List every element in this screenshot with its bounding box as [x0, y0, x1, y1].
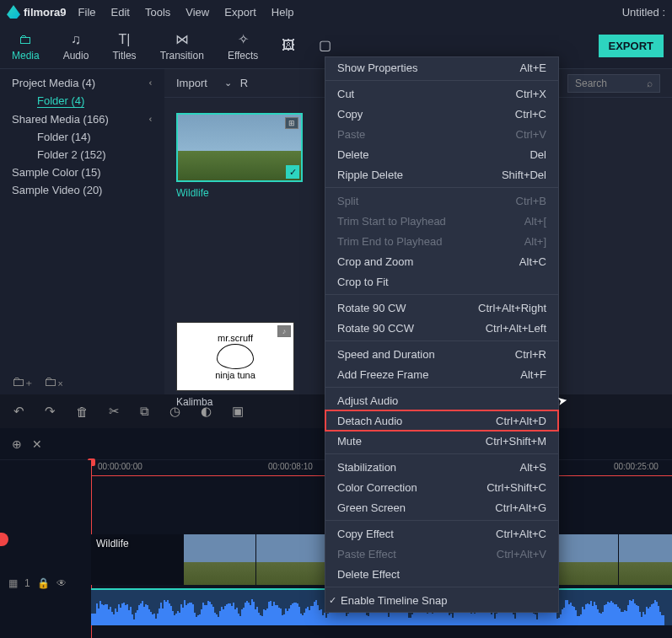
- shortcut-label: Ctrl+B: [499, 195, 546, 207]
- menu-item-label: Green Screen: [337, 501, 406, 514]
- import-dropdown[interactable]: Import⌄: [176, 77, 232, 89]
- menu-item-label: Paste Effect: [337, 548, 396, 560]
- menu-separator: [325, 294, 558, 295]
- shortcut-label: Ctrl+Alt+Left: [469, 322, 546, 335]
- menu-item-adjust-audio[interactable]: Adjust Audio: [325, 390, 558, 410]
- tab-transition[interactable]: ⋈Transition: [148, 28, 216, 65]
- thumbnail-image: ⊞ ✓: [176, 113, 303, 182]
- sidebar-item-sample-color[interactable]: Sample Color (15): [0, 164, 164, 181]
- sidebar-item-folder[interactable]: Folder (4): [0, 92, 164, 110]
- tab-audio[interactable]: ♫Audio: [51, 28, 101, 65]
- sidebar-item-project-media[interactable]: Project Media (4)⌄: [0, 74, 164, 92]
- menu-tools[interactable]: Tools: [145, 6, 170, 19]
- lock-icon[interactable]: 🔒: [37, 577, 50, 589]
- shortcut-label: Ctrl+R: [498, 348, 546, 361]
- undo-icon[interactable]: ↶: [13, 404, 24, 419]
- menu-item-label: Copy Effect: [337, 528, 394, 540]
- tab-elements[interactable]: 🖼: [270, 34, 307, 59]
- menu-item-delete[interactable]: DeleteDel: [325, 144, 558, 164]
- chevron-down-icon: ⌄: [147, 79, 158, 87]
- redo-icon[interactable]: ↷: [45, 404, 56, 419]
- menu-item-label: Add Freeze Frame: [337, 368, 428, 381]
- sidebar-item-folder-2[interactable]: Folder 2 (152): [0, 146, 164, 164]
- thumb-wildlife[interactable]: ⊞ ✓ Wildlife: [176, 113, 303, 199]
- shortcut-label: Ctrl+Shift+M: [469, 435, 546, 448]
- menu-item-rotate-90-ccw[interactable]: Rotate 90 CCWCtrl+Alt+Left: [325, 318, 558, 338]
- add-folder-icon[interactable]: 🗀₊: [12, 373, 32, 389]
- menu-edit[interactable]: Edit: [111, 6, 130, 19]
- record-dropdown[interactable]: R: [240, 77, 248, 89]
- remove-folder-icon[interactable]: 🗀ₓ: [44, 373, 63, 389]
- menu-item-crop-and-zoom[interactable]: Crop and ZoomAlt+C: [325, 251, 558, 271]
- menu-item-rotate-90-cw[interactable]: Rotate 90 CWCtrl+Alt+Right: [325, 298, 558, 318]
- menu-item-split: SplitCtrl+B: [325, 190, 558, 211]
- menu-item-copy-effect[interactable]: Copy EffectCtrl+Alt+C: [325, 523, 558, 544]
- menu-view[interactable]: View: [185, 6, 209, 19]
- track-icon: ▦: [8, 577, 18, 589]
- menu-item-ripple-delete[interactable]: Ripple DeleteShift+Del: [325, 164, 558, 185]
- layout-icon: ▢: [319, 37, 331, 54]
- menu-export[interactable]: Export: [224, 6, 256, 19]
- delete-icon[interactable]: 🗑: [76, 405, 89, 419]
- menu-item-label: Trim Start to Playhead: [337, 215, 446, 228]
- menu-item-delete-effect[interactable]: Delete Effect: [325, 564, 558, 584]
- menu-item-mute[interactable]: MuteCtrl+Shift+M: [325, 431, 558, 451]
- menu-item-crop-to-fit[interactable]: Crop to Fit: [325, 271, 558, 292]
- menu-item-show-properties[interactable]: Show PropertiesAlt+E: [325, 57, 558, 78]
- shortcut-label: Alt+E: [503, 62, 546, 74]
- menu-item-detach-audio[interactable]: Detach AudioCtrl+Alt+D: [325, 410, 558, 431]
- menu-item-cut[interactable]: CutCtrl+X: [325, 83, 558, 104]
- sidebar-item-sample-video[interactable]: Sample Video (20): [0, 181, 164, 199]
- shortcut-label: Alt+[: [508, 215, 546, 228]
- menu-item-label: Stabilization: [337, 461, 396, 474]
- shortcut-label: Ctrl+Alt+D: [479, 415, 546, 427]
- shortcut-label: Alt+S: [503, 461, 546, 474]
- menu-file[interactable]: File: [78, 6, 96, 19]
- menu-item-label: Color Correction: [337, 481, 417, 494]
- cut-icon[interactable]: ✂: [109, 404, 120, 419]
- menu-item-paste-effect: Paste EffectCtrl+Alt+V: [325, 544, 558, 564]
- shortcut-label: Alt+C: [503, 255, 546, 268]
- check-icon: ✓: [329, 595, 339, 606]
- logo-text: filmora9: [24, 6, 67, 19]
- titlebar: filmora9 File Edit Tools View Export Hel…: [0, 0, 672, 24]
- app-logo: filmora9: [7, 5, 67, 19]
- menu-item-enable-timeline-snap[interactable]: ✓Enable Timeline Snap: [325, 590, 558, 610]
- menu-item-color-correction[interactable]: Color CorrectionCtrl+Shift+C: [325, 477, 558, 497]
- export-button[interactable]: EXPORT: [599, 35, 664, 57]
- shortcut-label: Ctrl+Alt+G: [478, 501, 546, 514]
- add-marker-icon[interactable]: ⊕: [12, 437, 22, 451]
- chevron-down-icon: ⌄: [147, 115, 158, 123]
- menu-item-add-freeze-frame[interactable]: Add Freeze FrameAlt+F: [325, 364, 558, 384]
- unlink-icon[interactable]: ✕: [32, 437, 42, 451]
- thumb-kalimba[interactable]: mr.scruff ninja tuna ♪ Kalimba: [176, 322, 294, 408]
- menu-item-speed-and-duration[interactable]: Speed and DurationCtrl+R: [325, 344, 558, 364]
- effects-icon: ✧: [238, 31, 249, 48]
- sidebar-item-folder-14[interactable]: Folder (14): [0, 128, 164, 146]
- music-icon: ♫: [71, 31, 81, 48]
- menu-item-stabilization[interactable]: StabilizationAlt+S: [325, 457, 558, 477]
- context-menu: Show PropertiesAlt+ECutCtrl+XCopyCtrl+CP…: [325, 56, 559, 613]
- tab-split[interactable]: ▢: [307, 34, 343, 59]
- track-controls[interactable]: ▦ 1 🔒 👁: [0, 568, 91, 598]
- tab-titles[interactable]: T|Titles: [100, 28, 148, 65]
- sidebar-item-shared-media[interactable]: Shared Media (166)⌄: [0, 110, 164, 128]
- menu-item-label: Trim End to Playhead: [337, 235, 443, 248]
- search-input[interactable]: Search⌕: [567, 74, 660, 93]
- menu-item-paste: PasteCtrl+V: [325, 124, 558, 144]
- menu-item-label: Copy: [337, 108, 363, 121]
- eye-icon[interactable]: 👁: [56, 577, 67, 589]
- menu-item-label: Crop to Fit: [337, 276, 389, 288]
- crop-icon[interactable]: ⧉: [140, 404, 149, 419]
- document-title: Untitled :: [622, 6, 665, 19]
- tab-media[interactable]: 🗀Media: [0, 28, 51, 65]
- menu-item-copy[interactable]: CopyCtrl+C: [325, 104, 558, 124]
- menu-item-label: Speed and Duration: [337, 348, 435, 361]
- menu-separator: [325, 80, 558, 81]
- shortcut-label: Ctrl+C: [498, 108, 546, 121]
- menu-item-label: Mute: [337, 435, 362, 448]
- shortcut-label: Ctrl+Shift+C: [470, 481, 546, 494]
- menu-item-green-screen[interactable]: Green ScreenCtrl+Alt+G: [325, 497, 558, 517]
- menu-help[interactable]: Help: [271, 6, 294, 19]
- tab-effects[interactable]: ✧Effects: [216, 28, 270, 65]
